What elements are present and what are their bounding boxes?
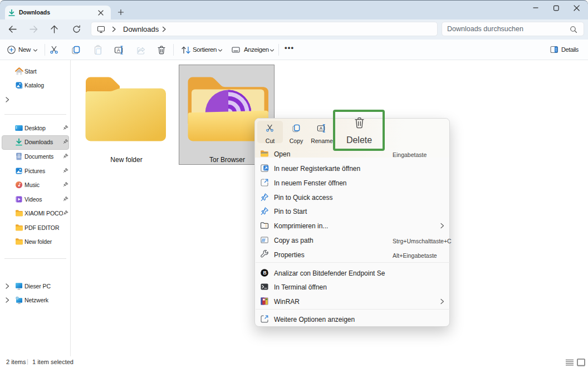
svg-text:A: A	[117, 47, 120, 53]
svg-text:A: A	[320, 126, 323, 131]
svg-text:B: B	[263, 270, 266, 276]
